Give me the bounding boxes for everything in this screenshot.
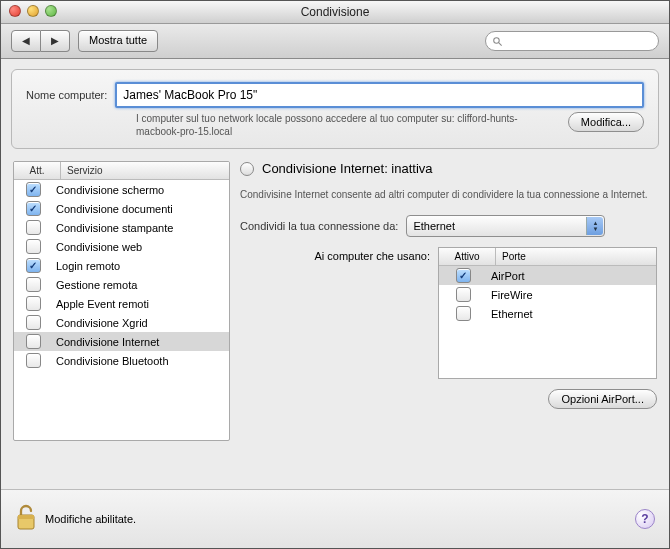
port-label: Ethernet bbox=[487, 308, 656, 320]
service-row[interactable]: Condivisione Internet bbox=[14, 332, 229, 351]
service-label: Condivisione stampante bbox=[52, 222, 229, 234]
service-checkbox[interactable] bbox=[26, 334, 41, 349]
triangle-right-icon: ▶ bbox=[51, 35, 59, 46]
titlebar: Condivisione bbox=[1, 1, 669, 24]
preferences-window: Condivisione ◀ ▶ Mostra tutte Nome compu… bbox=[0, 0, 670, 549]
forward-button[interactable]: ▶ bbox=[41, 30, 70, 52]
footer: Modifiche abilitate. ? bbox=[1, 489, 669, 548]
service-row[interactable]: Condivisione schermo bbox=[14, 180, 229, 199]
service-label: Condivisione Internet bbox=[52, 336, 229, 348]
service-row[interactable]: Condivisione Bluetooth bbox=[14, 351, 229, 370]
services-list[interactable]: Condivisione schermoCondivisione documen… bbox=[14, 180, 229, 440]
port-label: FireWire bbox=[487, 289, 656, 301]
port-checkbox[interactable] bbox=[456, 306, 471, 321]
popup-arrows-icon: ▲▼ bbox=[586, 217, 603, 235]
port-row[interactable]: AirPort bbox=[439, 266, 656, 285]
window-title: Condivisione bbox=[1, 1, 669, 23]
service-checkbox[interactable] bbox=[26, 258, 41, 273]
back-button[interactable]: ◀ bbox=[11, 30, 41, 52]
show-all-button[interactable]: Mostra tutte bbox=[78, 30, 158, 52]
service-row[interactable]: Condivisione Xgrid bbox=[14, 313, 229, 332]
service-checkbox[interactable] bbox=[26, 220, 41, 235]
service-checkbox[interactable] bbox=[26, 296, 41, 311]
port-row[interactable]: Ethernet bbox=[439, 304, 656, 323]
edit-hostname-button[interactable]: Modifica... bbox=[568, 112, 644, 132]
services-table: Att. Servizio Condivisione schermoCondiv… bbox=[13, 161, 230, 441]
ports-header-on[interactable]: Attivo bbox=[439, 248, 496, 265]
ports-table: Attivo Porte AirPortFireWireEthernet bbox=[438, 247, 657, 379]
service-label: Condivisione Bluetooth bbox=[52, 355, 229, 367]
lock-icon[interactable] bbox=[15, 504, 37, 534]
computer-name-panel: Nome computer: I computer sul tuo networ… bbox=[11, 69, 659, 149]
service-checkbox[interactable] bbox=[26, 182, 41, 197]
nav-segment: ◀ ▶ bbox=[11, 30, 70, 52]
service-label: Condivisione schermo bbox=[52, 184, 229, 196]
ports-header-ports[interactable]: Porte bbox=[496, 248, 656, 265]
service-row[interactable]: Gestione remota bbox=[14, 275, 229, 294]
search-field[interactable] bbox=[485, 31, 659, 51]
status-radio[interactable] bbox=[240, 162, 254, 176]
service-label: Apple Event remoti bbox=[52, 298, 229, 310]
airport-options-button[interactable]: Opzioni AirPort... bbox=[548, 389, 657, 409]
port-label: AirPort bbox=[487, 270, 656, 282]
services-header-on[interactable]: Att. bbox=[14, 162, 61, 179]
service-description: Condivisine Internet consente ad altri c… bbox=[240, 188, 657, 201]
toolbar: ◀ ▶ Mostra tutte bbox=[1, 24, 669, 59]
search-icon bbox=[492, 36, 503, 47]
services-header-service[interactable]: Servizio bbox=[61, 162, 229, 179]
svg-rect-3 bbox=[18, 515, 34, 519]
service-label: Condivisione documenti bbox=[52, 203, 229, 215]
service-checkbox[interactable] bbox=[26, 239, 41, 254]
service-checkbox[interactable] bbox=[26, 353, 41, 368]
computer-name-label: Nome computer: bbox=[26, 89, 107, 101]
port-checkbox[interactable] bbox=[456, 287, 471, 302]
service-label: Gestione remota bbox=[52, 279, 229, 291]
svg-line-1 bbox=[499, 42, 502, 45]
lock-status-text: Modifiche abilitate. bbox=[45, 513, 136, 525]
to-computers-label: Ai computer che usano: bbox=[240, 247, 430, 262]
computer-name-input[interactable] bbox=[115, 82, 644, 108]
services-header: Att. Servizio bbox=[14, 162, 229, 180]
port-row[interactable]: FireWire bbox=[439, 285, 656, 304]
service-label: Condivisione Xgrid bbox=[52, 317, 229, 329]
status-title: Condivisione Internet: inattiva bbox=[262, 161, 433, 176]
share-from-value: Ethernet bbox=[413, 220, 586, 232]
triangle-left-icon: ◀ bbox=[22, 35, 30, 46]
service-label: Login remoto bbox=[52, 260, 229, 272]
service-row[interactable]: Condivisione documenti bbox=[14, 199, 229, 218]
share-from-popup[interactable]: Ethernet ▲▼ bbox=[406, 215, 605, 237]
main-content: Att. Servizio Condivisione schermoCondiv… bbox=[1, 149, 669, 441]
service-checkbox[interactable] bbox=[26, 315, 41, 330]
service-label: Condivisione web bbox=[52, 241, 229, 253]
service-checkbox[interactable] bbox=[26, 277, 41, 292]
service-row[interactable]: Condivisione stampante bbox=[14, 218, 229, 237]
share-from-label: Condividi la tua connessione da: bbox=[240, 220, 398, 232]
computer-name-subtext: I computer sul tuo network locale posson… bbox=[136, 112, 556, 138]
service-row[interactable]: Condivisione web bbox=[14, 237, 229, 256]
service-detail: Condivisione Internet: inattiva Condivis… bbox=[240, 161, 657, 441]
service-row[interactable]: Login remoto bbox=[14, 256, 229, 275]
svg-point-0 bbox=[494, 37, 500, 43]
service-checkbox[interactable] bbox=[26, 201, 41, 216]
ports-list[interactable]: AirPortFireWireEthernet bbox=[439, 266, 656, 323]
help-button[interactable]: ? bbox=[635, 509, 655, 529]
port-checkbox[interactable] bbox=[456, 268, 471, 283]
ports-header: Attivo Porte bbox=[439, 248, 656, 266]
service-row[interactable]: Apple Event remoti bbox=[14, 294, 229, 313]
